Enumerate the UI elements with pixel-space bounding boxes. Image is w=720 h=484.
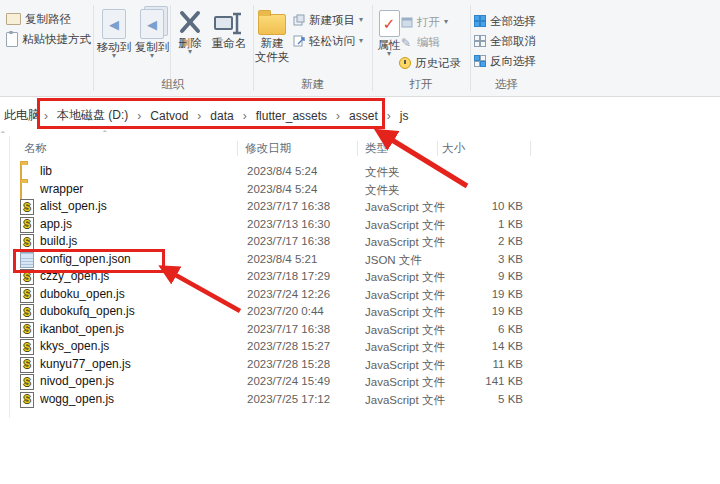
file-list: lib 2023/8/4 5:24 文件夹 wrapper 2023/8/4 5… [12,162,557,407]
invert-selection-button[interactable]: 反向选择 [474,52,536,70]
sort-ascending-icon: ˆ [103,129,107,141]
new-item-caret-icon: ▾ [359,17,363,23]
ribbon-toolbar: 复制路径 粘贴快捷方式 ◀ 移动到 ▾ ◀ 复制到 ▾ 删除 ▾ 重命名 [0,0,720,97]
group-label-select: 选择 [470,77,543,92]
new-folder-button[interactable]: 新建 文件夹 [252,8,292,63]
file-date-modified: 2023/7/25 17:12 [247,393,330,405]
chevron-right-icon: › [336,109,340,123]
file-name: build.js [40,234,77,248]
select-all-button[interactable]: 全部选择 [474,12,536,30]
nav-scroll-up-icon[interactable]: ˆ [1,130,5,142]
file-size: 3 KB [447,253,523,265]
copy-to-button[interactable]: ◀ 复制到 ▾ [134,9,170,59]
open-caret-icon: ▾ [444,19,448,25]
js-file-icon: S [20,357,34,373]
file-row[interactable]: S dubokufq_open.js 2023/7/20 0:44 JavaSc… [12,302,557,320]
file-date-modified: 2023/7/18 17:29 [247,270,330,282]
file-size: 14 KB [447,340,523,352]
file-type: JavaScript 文件 [365,288,445,303]
file-type: JavaScript 文件 [365,375,445,390]
select-none-button[interactable]: 全部取消 [474,32,536,50]
file-type: JavaScript 文件 [365,340,445,355]
select-none-label: 全部取消 [490,34,536,49]
column-header-size[interactable]: 大小 [442,141,465,156]
easy-access-caret-icon: ▾ [359,38,363,44]
file-row[interactable]: S duboku_open.js 2023/7/24 12:26 JavaScr… [12,285,557,303]
breadcrumb-item[interactable]: asset [349,109,378,123]
move-to-button[interactable]: ◀ 移动到 ▾ [95,9,133,59]
js-file-icon: S [20,287,34,303]
file-date-modified: 2023/7/28 15:28 [247,358,330,370]
file-name: kkys_open.js [40,339,109,353]
js-file-icon: S [20,322,34,338]
file-date-modified: 2023/7/28 15:27 [247,340,330,352]
file-row[interactable]: lib 2023/8/4 5:24 文件夹 [12,162,557,180]
breadcrumb: › 本地磁盘 (D:)›Catvod›data›flutter_assets›a… [44,107,408,124]
delete-button[interactable]: 删除 ▾ [173,9,207,55]
file-size: 19 KB [447,305,523,317]
history-button[interactable]: 历史记录 [399,54,461,72]
invert-selection-icon [474,55,486,67]
file-date-modified: 2023/7/17 16:38 [247,200,330,212]
rename-button[interactable]: 重命名 [206,12,252,49]
file-row[interactable]: S ikanbot_open.js 2023/7/17 16:38 JavaSc… [12,320,557,338]
address-bar[interactable]: 此电脑 › 本地磁盘 (D:)›Catvod›data›flutter_asse… [0,97,720,133]
copy-path-button[interactable]: 复制路径 [6,10,71,28]
column-separator[interactable] [237,141,238,156]
delete-x-icon [178,9,202,35]
breadcrumb-item[interactable]: 本地磁盘 (D:) [57,107,128,124]
breadcrumb-item[interactable]: flutter_assets [256,109,327,123]
breadcrumb-root[interactable]: 此电脑 [4,107,40,124]
check-glyph: ✓ [383,15,396,33]
file-name: duboku_open.js [40,287,125,301]
select-all-label: 全部选择 [490,14,536,29]
select-all-icon [474,15,486,27]
file-row[interactable]: S kkys_open.js 2023/7/28 15:27 JavaScrip… [12,337,557,355]
js-file-icon: S [20,339,34,355]
file-name: kunyu77_open.js [40,357,131,371]
copy-to-caret-icon: ▾ [150,53,154,59]
file-name: wrapper [40,182,83,196]
file-row[interactable]: S build.js 2023/7/17 16:38 JavaScript 文件… [12,232,557,250]
easy-access-button[interactable]: 轻松访问 ▾ [293,32,363,50]
file-size: 9 KB [447,270,523,282]
file-type: JavaScript 文件 [365,270,445,285]
file-type: 文件夹 [365,165,400,180]
column-header-type[interactable]: 类型 [365,141,388,156]
file-row[interactable]: S app.js 2023/7/13 16:30 JavaScript 文件 1… [12,215,557,233]
file-row[interactable]: S wogg_open.js 2023/7/25 17:12 JavaScrip… [12,390,557,408]
js-file-icon: S [20,217,34,233]
new-item-label: 新建项目 [309,13,355,28]
js-file-icon: S [20,234,34,250]
copy-arrow-glyph: ◀ [147,17,157,32]
new-item-button[interactable]: 新建项目 ▾ [293,11,363,29]
file-name: config_open.json [40,252,131,266]
column-header-date[interactable]: 修改日期 [245,141,291,156]
open-button[interactable]: 打开 ▾ [401,13,448,31]
file-row[interactable]: S nivod_open.js 2023/7/24 15:49 JavaScri… [12,372,557,390]
file-size: 10 KB [447,200,523,212]
file-row[interactable]: S alist_open.js 2023/7/17 16:38 JavaScri… [12,197,557,215]
column-header-name[interactable]: 名称 [24,141,47,156]
file-name: wogg_open.js [40,392,114,406]
file-date-modified: 2023/8/4 5:21 [247,253,317,265]
column-separator[interactable] [437,141,438,156]
paste-shortcut-button[interactable]: 粘贴快捷方式 [6,30,91,48]
breadcrumb-item[interactable]: Catvod [150,109,188,123]
file-name: alist_open.js [40,199,107,213]
file-row[interactable]: S kunyu77_open.js 2023/7/28 15:28 JavaSc… [12,355,557,373]
edit-label: 编辑 [417,35,440,50]
breadcrumb-item[interactable]: js [400,109,409,123]
copy-to-icon: ◀ [140,9,164,39]
move-to-icon: ◀ [102,9,126,39]
breadcrumb-item[interactable]: data [210,109,233,123]
column-separator[interactable] [357,141,358,156]
chevron-right-icon: › [197,109,201,123]
edit-button[interactable]: ✎ 编辑 [401,33,440,51]
properties-button[interactable]: ✓ 属性 ▾ [374,10,404,57]
file-row[interactable]: config_open.json 2023/8/4 5:21 JSON 文件 3… [12,250,557,268]
file-row[interactable]: wrapper 2023/8/4 5:24 文件夹 [12,180,557,198]
js-file-icon: S [20,392,34,408]
column-separator[interactable] [530,141,531,156]
file-row[interactable]: S czzy_open.js 2023/7/18 17:29 JavaScrip… [12,267,557,285]
